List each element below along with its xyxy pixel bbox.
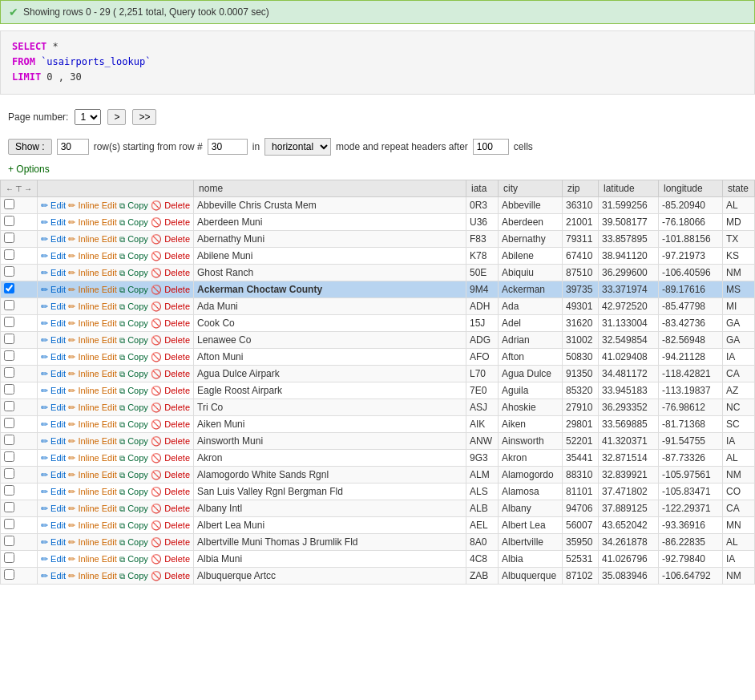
edit-button[interactable]: ✏ Edit [41,352,66,362]
inline-edit-button[interactable]: ✏ Inline Edit [68,318,116,328]
col-header-zip[interactable]: zip [563,180,599,196]
options-link[interactable]: + Options [0,162,755,176]
delete-button[interactable]: 🚫 Delete [151,537,190,547]
copy-button[interactable]: ⧉ Copy [119,386,148,395]
delete-button[interactable]: 🚫 Delete [151,436,190,446]
row-checkbox[interactable] [4,552,14,563]
edit-button[interactable]: ✏ Edit [41,470,66,479]
row-checkbox[interactable] [4,384,14,395]
inline-edit-button[interactable]: ✏ Inline Edit [68,268,116,277]
row-checkbox[interactable] [4,283,14,293]
copy-button[interactable]: ⧉ Copy [119,403,148,412]
row-checkbox[interactable] [4,367,14,378]
row-checkbox[interactable] [4,485,14,496]
row-checkbox[interactable] [4,435,14,445]
delete-button[interactable]: 🚫 Delete [151,251,190,261]
copy-button[interactable]: ⧉ Copy [119,520,148,530]
delete-button[interactable]: 🚫 Delete [151,318,190,328]
copy-button[interactable]: ⧉ Copy [119,251,148,261]
delete-button[interactable]: 🚫 Delete [151,285,190,294]
delete-button[interactable]: 🚫 Delete [151,520,190,530]
row-checkbox[interactable] [4,334,14,344]
copy-button[interactable]: ⧉ Copy [119,419,148,429]
delete-button[interactable]: 🚫 Delete [151,419,190,429]
col-header-nome[interactable]: nome [194,180,466,196]
inline-edit-button[interactable]: ✏ Inline Edit [68,251,116,261]
edit-button[interactable]: ✏ Edit [41,436,66,446]
show-count-input[interactable] [57,139,89,155]
delete-button[interactable]: 🚫 Delete [151,403,190,412]
delete-button[interactable]: 🚫 Delete [151,301,190,311]
inline-edit-button[interactable]: ✏ Inline Edit [68,234,116,244]
mode-select[interactable]: horizontal vertical [264,138,331,156]
edit-button[interactable]: ✏ Edit [41,554,66,564]
inline-edit-button[interactable]: ✏ Inline Edit [68,470,116,479]
copy-button[interactable]: ⧉ Copy [119,436,148,446]
copy-button[interactable]: ⧉ Copy [119,537,148,547]
copy-button[interactable]: ⧉ Copy [119,352,148,362]
col-header-city[interactable]: city [499,180,563,196]
inline-edit-button[interactable]: ✏ Inline Edit [68,386,116,395]
edit-button[interactable]: ✏ Edit [41,268,66,277]
row-checkbox[interactable] [4,451,14,462]
copy-button[interactable]: ⧉ Copy [119,487,148,496]
delete-button[interactable]: 🚫 Delete [151,554,190,564]
inline-edit-button[interactable]: ✏ Inline Edit [68,200,116,210]
page-number-select[interactable]: 1 [75,109,101,125]
edit-button[interactable]: ✏ Edit [41,251,66,261]
row-checkbox[interactable] [4,266,14,277]
copy-button[interactable]: ⧉ Copy [119,504,148,513]
edit-button[interactable]: ✏ Edit [41,200,66,210]
last-page-button[interactable]: >> [132,109,156,125]
row-checkbox[interactable] [4,300,14,310]
row-checkbox[interactable] [4,569,14,580]
inline-edit-button[interactable]: ✏ Inline Edit [68,301,116,311]
copy-button[interactable]: ⧉ Copy [119,200,148,210]
copy-button[interactable]: ⧉ Copy [119,554,148,564]
inline-edit-button[interactable]: ✏ Inline Edit [68,217,116,227]
edit-button[interactable]: ✏ Edit [41,217,66,227]
copy-button[interactable]: ⧉ Copy [119,335,148,345]
edit-button[interactable]: ✏ Edit [41,318,66,328]
repeat-input[interactable] [473,139,509,155]
edit-button[interactable]: ✏ Edit [41,419,66,429]
edit-button[interactable]: ✏ Edit [41,571,66,581]
col-header-latitude[interactable]: latitude [599,180,659,196]
row-checkbox[interactable] [4,502,14,512]
copy-button[interactable]: ⧉ Copy [119,453,148,463]
col-resize-icon[interactable]: ⊤ [15,184,22,193]
row-checkbox[interactable] [4,216,14,226]
delete-button[interactable]: 🚫 Delete [151,453,190,463]
delete-button[interactable]: 🚫 Delete [151,352,190,362]
row-checkbox[interactable] [4,401,14,411]
delete-button[interactable]: 🚫 Delete [151,200,190,210]
edit-button[interactable]: ✏ Edit [41,285,66,294]
copy-button[interactable]: ⧉ Copy [119,234,148,244]
edit-button[interactable]: ✏ Edit [41,403,66,412]
inline-edit-button[interactable]: ✏ Inline Edit [68,504,116,513]
edit-button[interactable]: ✏ Edit [41,234,66,244]
row-checkbox[interactable] [4,519,14,529]
edit-button[interactable]: ✏ Edit [41,537,66,547]
col-header-state[interactable]: state [723,180,755,196]
edit-button[interactable]: ✏ Edit [41,520,66,530]
edit-button[interactable]: ✏ Edit [41,504,66,513]
copy-button[interactable]: ⧉ Copy [119,285,148,294]
inline-edit-button[interactable]: ✏ Inline Edit [68,436,116,446]
edit-button[interactable]: ✏ Edit [41,335,66,345]
row-checkbox[interactable] [4,468,14,479]
inline-edit-button[interactable]: ✏ Inline Edit [68,571,116,581]
delete-button[interactable]: 🚫 Delete [151,217,190,227]
row-checkbox[interactable] [4,317,14,327]
inline-edit-button[interactable]: ✏ Inline Edit [68,453,116,463]
arrow-right-icon[interactable]: → [24,184,32,193]
edit-button[interactable]: ✏ Edit [41,369,66,378]
inline-edit-button[interactable]: ✏ Inline Edit [68,285,116,294]
delete-button[interactable]: 🚫 Delete [151,268,190,277]
delete-button[interactable]: 🚫 Delete [151,369,190,378]
inline-edit-button[interactable]: ✏ Inline Edit [68,403,116,412]
copy-button[interactable]: ⧉ Copy [119,217,148,227]
copy-button[interactable]: ⧉ Copy [119,268,148,277]
inline-edit-button[interactable]: ✏ Inline Edit [68,335,116,345]
edit-button[interactable]: ✏ Edit [41,301,66,311]
